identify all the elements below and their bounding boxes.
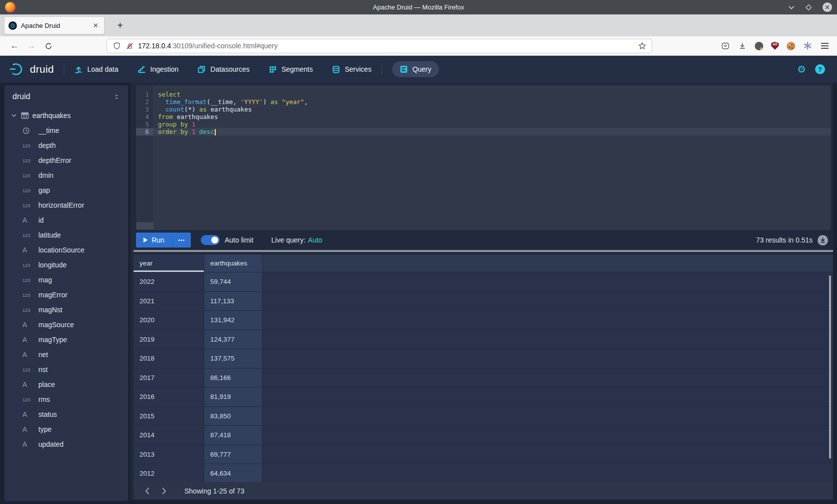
table-row[interactable]: 2018137,575 [134, 349, 833, 369]
cell-year[interactable]: 2021 [134, 292, 204, 311]
new-tab-button[interactable]: + [113, 18, 128, 33]
reload-icon[interactable] [41, 38, 56, 53]
downloads-icon[interactable] [738, 41, 747, 50]
sidebar-column-magSource[interactable]: AmagSource [4, 317, 128, 332]
cell-earthquakes[interactable]: 59,744 [204, 272, 263, 292]
run-button[interactable]: Run [136, 233, 172, 248]
sidebar-column-gap[interactable]: 123gap [4, 183, 128, 198]
nav-query-active[interactable]: Query [392, 61, 439, 77]
pocket-icon[interactable] [721, 41, 730, 50]
results-scrollbar-thumb[interactable] [829, 275, 831, 459]
forward-icon[interactable]: → [24, 38, 39, 53]
close-button[interactable] [823, 2, 832, 12]
column-header-year[interactable]: year [134, 254, 204, 272]
sidebar-column-__time[interactable]: __time [4, 123, 128, 138]
cell-year[interactable]: 2012 [134, 464, 204, 482]
sidebar-column-place[interactable]: Aplace [4, 377, 128, 392]
sidebar-column-type[interactable]: Atype [4, 422, 128, 437]
nav-load-data[interactable]: Load data [74, 65, 118, 74]
cell-earthquakes[interactable]: 87,418 [204, 426, 263, 445]
browser-tab[interactable]: Apache Druid [4, 16, 105, 34]
cell-year[interactable]: 2018 [134, 349, 204, 369]
cell-year[interactable]: 2019 [134, 330, 204, 350]
cell-year[interactable]: 2020 [134, 311, 204, 330]
schema-selector[interactable]: druid [4, 85, 128, 108]
results-splitter[interactable] [134, 250, 833, 252]
cell-earthquakes[interactable]: 117,133 [204, 292, 263, 311]
table-row[interactable]: 2019124,377 [134, 330, 833, 350]
table-row[interactable]: 201369,777 [134, 445, 833, 465]
sidebar-column-mag[interactable]: 123mag [4, 272, 128, 287]
sidebar-column-updated[interactable]: Aupdated [4, 437, 128, 452]
sidebar-column-locationSource[interactable]: AlocationSource [4, 243, 128, 257]
druid-brand[interactable]: druid [9, 63, 54, 76]
hamburger-menu-icon[interactable] [820, 41, 829, 50]
sql-editor[interactable]: 123456 select time_format(__time, 'YYYY'… [136, 85, 831, 230]
sidebar-column-status[interactable]: Astatus [4, 407, 128, 422]
insecure-lock-icon[interactable] [125, 41, 134, 50]
sidebar-column-dmin[interactable]: 123dmin [4, 168, 128, 183]
next-page-icon[interactable] [155, 482, 172, 500]
extension-cookie-icon[interactable] [787, 42, 795, 50]
sidebar-column-id[interactable]: Aid [4, 213, 128, 228]
run-more-button[interactable]: ••• [172, 233, 191, 248]
cell-year[interactable]: 2013 [134, 445, 204, 465]
live-query-value[interactable]: Auto [308, 236, 322, 244]
sort-carets-icon[interactable] [113, 93, 120, 101]
nav-datasources[interactable]: Datasources [197, 65, 250, 74]
minimize-button[interactable] [788, 5, 795, 9]
column-header-earthquakes[interactable]: earthquakes [204, 254, 263, 272]
cell-earthquakes[interactable]: 69,777 [204, 445, 263, 465]
cell-earthquakes[interactable]: 64,634 [204, 464, 263, 482]
cell-year[interactable]: 2014 [134, 426, 204, 445]
tab-close-icon[interactable] [91, 22, 100, 29]
cell-year[interactable]: 2015 [134, 407, 204, 426]
table-row[interactable]: 202259,744 [134, 272, 833, 292]
table-row[interactable]: 201786,166 [134, 369, 833, 388]
table-row[interactable]: 201583,850 [134, 407, 833, 426]
sidebar-column-latitude[interactable]: 123latitude [4, 228, 128, 243]
bookmark-star-icon[interactable] [638, 41, 647, 50]
sidebar-column-depthError[interactable]: 123depthError [4, 153, 128, 168]
sidebar-column-nst[interactable]: 123nst [4, 362, 128, 377]
auto-limit-toggle[interactable] [201, 235, 220, 245]
settings-gear-icon[interactable]: ⚙ [797, 64, 806, 74]
download-results-icon[interactable] [818, 235, 828, 246]
maximize-button[interactable] [806, 4, 812, 10]
nav-segments[interactable]: Segments [269, 65, 313, 74]
table-row[interactable]: 2021117,133 [134, 292, 833, 311]
sidebar-column-depth[interactable]: 123depth [4, 138, 128, 153]
cell-earthquakes[interactable]: 124,377 [204, 330, 263, 350]
editor-code[interactable]: select time_format(__time, 'YYYY') as "y… [153, 85, 831, 230]
nav-services[interactable]: Services [332, 65, 372, 74]
sidebar-column-net[interactable]: Anet [4, 347, 128, 362]
help-icon[interactable]: ? [815, 64, 825, 74]
nav-ingestion[interactable]: Ingestion [138, 65, 179, 74]
extension-lock-icon[interactable] [755, 42, 763, 50]
table-row[interactable]: 201264,634 [134, 464, 833, 482]
sidebar-column-magNst[interactable]: 123magNst [4, 302, 128, 317]
cell-earthquakes[interactable]: 131,942 [204, 311, 263, 330]
cell-earthquakes[interactable]: 81,919 [204, 387, 263, 407]
table-row[interactable]: 201487,418 [134, 426, 833, 445]
extension-asterisk-icon[interactable] [803, 41, 812, 50]
sidebar-table-earthquakes[interactable]: earthquakes [4, 108, 128, 123]
cell-earthquakes[interactable]: 83,850 [204, 407, 263, 426]
sidebar-column-longitude[interactable]: 123longitude [4, 257, 128, 272]
table-row[interactable]: 2020131,942 [134, 311, 833, 330]
prev-page-icon[interactable] [139, 482, 155, 500]
chevron-down-icon[interactable] [10, 112, 17, 119]
url-bar[interactable]: 172.18.0.4:30109/unified-console.html#qu… [107, 39, 652, 53]
sidebar-column-horizontalError[interactable]: 123horizontalError [4, 198, 128, 213]
back-icon[interactable]: ← [7, 38, 22, 53]
editor-scrollbar-thumb[interactable] [136, 222, 154, 230]
cell-year[interactable]: 2017 [134, 369, 204, 388]
table-row[interactable]: 201681,919 [134, 387, 833, 407]
sidebar-column-magType[interactable]: AmagType [4, 332, 128, 347]
cell-year[interactable]: 2022 [134, 272, 204, 292]
extension-ublock-icon[interactable]: uO [771, 42, 779, 50]
tracking-shield-icon[interactable] [112, 41, 121, 50]
sidebar-column-rms[interactable]: 123rms [4, 392, 128, 407]
sidebar-column-magError[interactable]: 123magError [4, 287, 128, 302]
cell-year[interactable]: 2016 [134, 387, 204, 407]
